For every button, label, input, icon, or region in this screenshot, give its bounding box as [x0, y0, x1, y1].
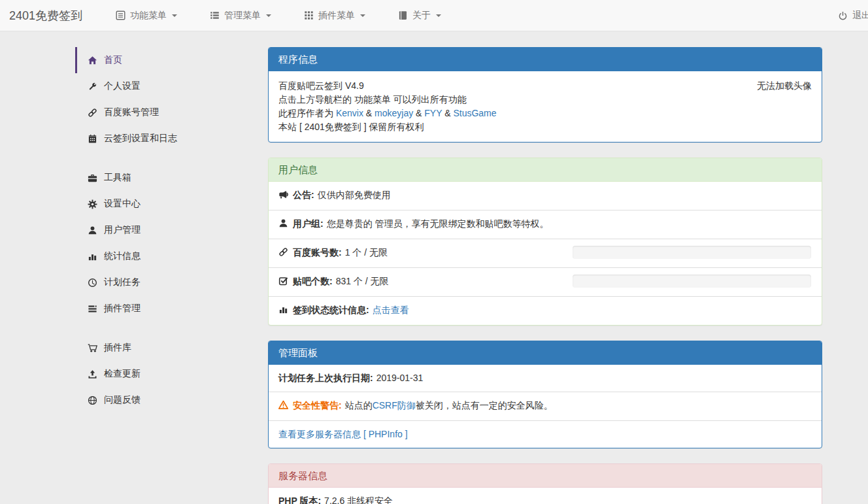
briefcase-icon	[87, 173, 98, 183]
menu-function-label: 功能菜单	[130, 10, 167, 22]
row-sign-status: 签到状态统计信息:点击查看	[269, 296, 822, 325]
menu-about-label: 关于	[412, 10, 431, 22]
sidebar-item-settings-center[interactable]: 设置中心	[75, 191, 266, 217]
sidebar-item-home[interactable]: 首页	[75, 47, 266, 73]
menu-manage[interactable]: 管理菜单	[201, 0, 280, 31]
sidebar-item-feedback[interactable]: 问题反馈	[75, 387, 266, 413]
sidebar-item-label: 云签到设置和日志	[104, 133, 177, 144]
gear-icon	[87, 199, 98, 209]
panel-user-info: 用户信息 公告:仅供内部免费使用 用户组:您是尊贵的 管理员，享有无限绑定数和贴…	[268, 158, 822, 326]
sidebar-item-plugin-store[interactable]: 插件库	[75, 335, 266, 361]
chevron-down-icon	[266, 14, 271, 17]
sidebar-group-admin: 工具箱 设置中心 用户管理 统计信息 计划任务 插件管理	[75, 165, 266, 322]
phpinfo-link[interactable]: 查看更多服务器信息 [ PHPInfo ]	[278, 429, 408, 439]
security-warning-label: 安全性警告:	[293, 400, 342, 411]
baidu-account-count-label: 百度账号数:	[293, 247, 342, 258]
chevron-down-icon	[436, 14, 441, 17]
cart-icon	[87, 343, 98, 353]
cron-last-run-label: 计划任务上次执行日期:	[278, 373, 373, 383]
page-layout: 首页 个人设置 百度账号管理 云签到设置和日志 工具箱 设置中心	[0, 31, 868, 504]
menu-about[interactable]: 关于	[389, 0, 450, 31]
th-icon	[304, 10, 314, 20]
php-version-label: PHP 版本:	[278, 496, 321, 504]
panel-program-info: 程序信息 百度贴吧云签到 V4.9 点击上方导航栏的 功能菜单 可以列出所有功能…	[268, 47, 822, 143]
avatar-broken-alt: 无法加载头像	[757, 79, 812, 93]
sidebar-item-personal-settings[interactable]: 个人设置	[75, 73, 266, 99]
panel-admin-title: 管理面板	[269, 341, 822, 365]
row-announcement: 公告:仅供内部免费使用	[269, 182, 822, 210]
announcement-value: 仅供内部免费使用	[318, 190, 391, 200]
author-link-kenvix[interactable]: Kenvix	[336, 108, 363, 118]
sidebar-item-baidu-accounts[interactable]: 百度账号管理	[75, 99, 266, 126]
security-warning-text: 站点的CSRF防御被关闭，站点有一定的安全风险。	[345, 400, 553, 411]
authors-separator: &	[442, 108, 453, 118]
author-link-mokeyjay[interactable]: mokeyjay	[375, 108, 413, 118]
author-link-fyy[interactable]: FYY	[424, 108, 442, 118]
globe-icon	[87, 395, 98, 405]
panel-server-info: 服务器信息 PHP 版本:7.2.6 非线程安全	[268, 463, 822, 504]
warning-text-post: 被关闭，站点有一定的安全风险。	[416, 400, 553, 411]
warning-text-pre: 站点的	[345, 400, 373, 411]
menu-plugin[interactable]: 插件菜单	[295, 0, 375, 31]
sidebar-item-label: 检查更新	[104, 368, 141, 380]
power-icon	[838, 11, 848, 21]
row-user-group: 用户组:您是尊贵的 管理员，享有无限绑定数和贴吧数等特权。	[269, 210, 822, 239]
logout-label: 退出	[852, 10, 868, 22]
sidebar-item-cron-tasks[interactable]: 计划任务	[75, 269, 266, 295]
sidebar-item-user-management[interactable]: 用户管理	[75, 217, 266, 243]
author-link-stusgame[interactable]: StusGame	[453, 108, 496, 118]
chevron-down-icon	[172, 14, 177, 17]
tieba-count-value: 831 个 / 无限	[336, 276, 389, 286]
bullhorn-icon	[278, 190, 288, 203]
brand[interactable]: 2401免费签到	[0, 8, 92, 24]
tieba-count-progress-bar	[573, 275, 811, 288]
sidebar-item-statistics[interactable]: 统计信息	[75, 243, 266, 269]
top-navbar: 2401免费签到 功能菜单 管理菜单 插件菜单 关于 退出	[0, 0, 868, 31]
upload-icon	[87, 369, 98, 379]
sidebar-item-label: 统计信息	[104, 250, 141, 262]
program-hint: 点击上方导航栏的 功能菜单 可以列出所有功能	[278, 93, 812, 107]
sidebar-item-check-update[interactable]: 检查更新	[75, 361, 266, 387]
cron-last-run-value: 2019-01-31	[376, 373, 424, 383]
sign-status-label: 签到状态统计信息:	[293, 305, 369, 315]
sidebar-item-toolbox[interactable]: 工具箱	[75, 165, 266, 191]
link-icon	[278, 247, 288, 261]
admin-rows: 计划任务上次执行日期:2019-01-31 安全性警告:站点的CSRF防御被关闭…	[269, 365, 822, 448]
check-square-icon	[278, 276, 288, 290]
row-tieba-count: 贴吧个数:831 个 / 无限	[269, 267, 822, 296]
sidebar-group-misc: 插件库 检查更新 问题反馈	[75, 335, 266, 413]
csrf-defense-link[interactable]: CSRF防御	[373, 400, 416, 411]
sign-status-view-link[interactable]: 点击查看	[373, 305, 409, 315]
sidebar-item-label: 百度账号管理	[104, 107, 159, 118]
th-list-icon	[116, 10, 125, 20]
row-cron-last-run: 计划任务上次执行日期:2019-01-31	[269, 365, 822, 392]
menu-function[interactable]: 功能菜单	[107, 0, 186, 31]
sidebar-item-label: 个人设置	[104, 80, 141, 92]
home-icon	[87, 56, 98, 65]
sidebar-item-label: 工具箱	[104, 172, 131, 184]
announcement-label: 公告:	[293, 190, 314, 200]
user-group-value: 您是尊贵的 管理员，享有无限绑定数和贴吧数等特权。	[327, 218, 549, 229]
sidebar-item-label: 插件管理	[104, 303, 141, 314]
sidebar-item-plugin-management[interactable]: 插件管理	[75, 295, 266, 322]
main-content: 程序信息 百度贴吧云签到 V4.9 点击上方导航栏的 功能菜单 可以列出所有功能…	[268, 47, 822, 504]
book-icon	[398, 10, 408, 20]
logout-button[interactable]: 退出	[830, 0, 868, 31]
sidebar-item-label: 用户管理	[104, 224, 141, 236]
baidu-account-progress-bar	[573, 246, 811, 259]
sidebar-group-main: 首页 个人设置 百度账号管理 云签到设置和日志	[75, 47, 266, 152]
clock-icon	[87, 278, 98, 288]
user-icon	[87, 226, 98, 235]
menu-manage-label: 管理菜单	[224, 10, 261, 22]
authors-separator: &	[363, 108, 375, 118]
chevron-down-icon	[360, 14, 365, 17]
menu-plugin-label: 插件菜单	[318, 10, 355, 22]
panel-program-info-body: 百度贴吧云签到 V4.9 点击上方导航栏的 功能菜单 可以列出所有功能 此程序作…	[269, 71, 822, 142]
baidu-account-count-value: 1 个 / 无限	[345, 247, 388, 258]
row-baidu-account-count: 百度账号数:1 个 / 无限	[269, 239, 822, 267]
bar-chart-icon	[278, 305, 288, 318]
sidebar-item-sign-settings-logs[interactable]: 云签到设置和日志	[75, 126, 266, 152]
user-icon	[278, 218, 288, 232]
panel-admin: 管理面板 计划任务上次执行日期:2019-01-31 安全性警告:站点的CSRF…	[268, 341, 822, 448]
wrench-icon	[87, 82, 98, 92]
